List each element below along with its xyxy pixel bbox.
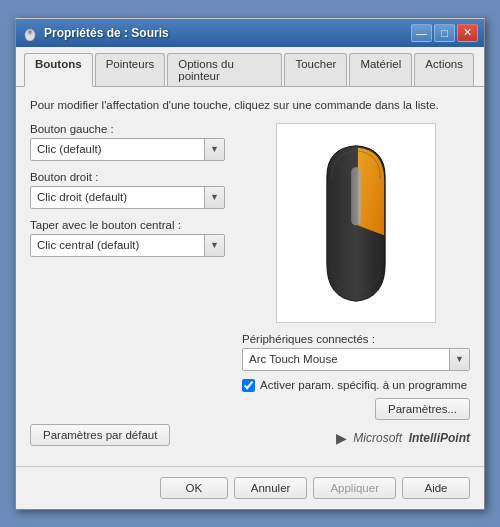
bottom-left: Paramètres par défaut — [30, 424, 170, 446]
apply-button[interactable]: Appliquer — [313, 477, 396, 499]
help-button[interactable]: Aide — [402, 477, 470, 499]
tab-actions[interactable]: Actions — [414, 53, 474, 86]
title-controls: — □ ✕ — [411, 24, 478, 42]
title-bar-left: Propriétés de : Souris — [22, 25, 169, 41]
bouton-gauche-select[interactable]: Clic (default) Clic droit Clic central — [30, 138, 225, 161]
tabs-bar: Boutons Pointeurs Options du pointeur To… — [16, 47, 484, 87]
svg-rect-4 — [351, 167, 361, 225]
bouton-gauche-wrapper: Clic (default) Clic droit Clic central ▼ — [30, 138, 225, 161]
close-button[interactable]: ✕ — [457, 24, 478, 42]
device-label: Périphériques connectés : — [242, 333, 470, 345]
tab-materiel[interactable]: Matériel — [349, 53, 412, 86]
ok-button[interactable]: OK — [160, 477, 228, 499]
mouse-illustration — [306, 138, 406, 308]
intellipoint-logo: ▶ Microsoft IntelliPoint — [333, 430, 470, 446]
middle-section: Paramètres par défaut ▶ Microsoft Intell… — [30, 424, 470, 454]
window-title: Propriétés de : Souris — [44, 26, 169, 40]
field-gauche-label: Bouton gauche : — [30, 123, 230, 135]
tab-options-pointeur[interactable]: Options du pointeur — [167, 53, 282, 86]
field-droit-label: Bouton droit : — [30, 171, 230, 183]
intellipoint-text: Microsoft IntelliPoint — [353, 431, 470, 445]
tab-pointeurs[interactable]: Pointeurs — [95, 53, 166, 86]
cursor-icon: ▶ — [333, 430, 349, 446]
activate-checkbox[interactable] — [242, 379, 255, 392]
checkbox-label: Activer param. spécifiq. à un programme — [260, 379, 467, 391]
field-central-group: Taper avec le bouton central : Clic cent… — [30, 219, 230, 257]
field-droit-group: Bouton droit : Clic droit (default) Clic… — [30, 171, 230, 209]
tab-boutons[interactable]: Boutons — [24, 53, 93, 87]
device-select-wrapper: Arc Touch Mouse ▼ — [242, 348, 470, 371]
minimize-button[interactable]: — — [411, 24, 432, 42]
maximize-button[interactable]: □ — [434, 24, 455, 42]
bouton-droit-wrapper: Clic droit (default) Clic Clic central ▼ — [30, 186, 225, 209]
left-panel: Bouton gauche : Clic (default) Clic droi… — [30, 123, 230, 420]
right-panel: Périphériques connectés : Arc Touch Mous… — [242, 123, 470, 420]
svg-point-3 — [29, 31, 32, 33]
description-text: Pour modifier l'affectation d'une touche… — [30, 99, 470, 111]
params-btn-row: Paramètres... — [242, 398, 470, 420]
checkbox-row: Activer param. spécifiq. à un programme — [242, 379, 470, 392]
footer: OK Annuler Appliquer Aide — [16, 466, 484, 509]
default-button[interactable]: Paramètres par défaut — [30, 424, 170, 446]
mouse-icon — [22, 25, 38, 41]
device-select[interactable]: Arc Touch Mouse — [242, 348, 470, 371]
title-bar: Propriétés de : Souris — □ ✕ — [16, 19, 484, 47]
device-section: Périphériques connectés : Arc Touch Mous… — [242, 333, 470, 420]
tab-toucher[interactable]: Toucher — [284, 53, 347, 86]
bouton-droit-select[interactable]: Clic droit (default) Clic Clic central — [30, 186, 225, 209]
field-central-label: Taper avec le bouton central : — [30, 219, 230, 231]
bouton-central-select[interactable]: Clic central (default) Clic Clic droit — [30, 234, 225, 257]
parametres-button[interactable]: Paramètres... — [375, 398, 470, 420]
bouton-central-wrapper: Clic central (default) Clic Clic droit ▼ — [30, 234, 225, 257]
field-gauche-group: Bouton gauche : Clic (default) Clic droi… — [30, 123, 230, 161]
mouse-image-box — [276, 123, 436, 323]
main-layout: Bouton gauche : Clic (default) Clic droi… — [30, 123, 470, 420]
main-window: Propriétés de : Souris — □ ✕ Boutons Poi… — [15, 18, 485, 510]
cancel-button[interactable]: Annuler — [234, 477, 308, 499]
main-content: Pour modifier l'affectation d'une touche… — [16, 87, 484, 466]
footer-buttons: OK Annuler Appliquer Aide — [160, 477, 470, 499]
